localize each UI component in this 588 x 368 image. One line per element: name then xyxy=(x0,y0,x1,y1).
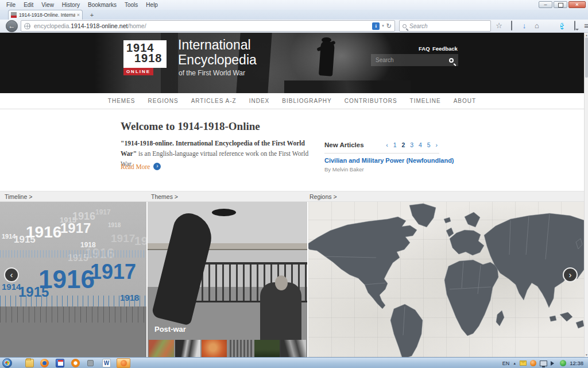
pagination-page-3[interactable]: 3 xyxy=(408,141,415,148)
pagination: ‹ 1 2 3 4 5 › xyxy=(324,141,439,148)
page-viewport: 1914 1918 ONLINE International Encyclope… xyxy=(0,33,584,357)
taskbar-media-app-icon[interactable] xyxy=(56,359,64,367)
menu-history[interactable]: History xyxy=(58,2,84,8)
menu-bookmarks[interactable]: Bookmarks xyxy=(84,2,121,8)
scroll-down-icon[interactable]: ▼ xyxy=(585,352,588,357)
skype-icon[interactable]: S xyxy=(557,21,567,31)
nav-timeline[interactable]: TIMELINE xyxy=(404,98,447,104)
tab-close-icon[interactable]: × xyxy=(77,12,80,18)
theme-thumbnail[interactable] xyxy=(281,340,306,357)
menu-edit[interactable]: Edit xyxy=(20,2,37,8)
read-more-link[interactable]: Read More › xyxy=(121,163,161,170)
regions-panel-link[interactable]: Regions > xyxy=(310,193,337,200)
site-search-icon[interactable] xyxy=(449,58,454,63)
bookmark-star-icon[interactable]: ☆ xyxy=(494,21,504,31)
restore-button[interactable] xyxy=(554,1,567,8)
theme-thumbnail[interactable] xyxy=(175,340,200,357)
start-button[interactable] xyxy=(2,358,12,368)
photo-rubble xyxy=(284,80,411,93)
pocket-icon[interactable] xyxy=(506,21,517,31)
theme-thumbnail[interactable] xyxy=(228,340,253,357)
minimize-button[interactable]: – xyxy=(539,1,552,8)
tray-volume-icon[interactable] xyxy=(551,361,556,366)
tray-clock[interactable]: 12:38 xyxy=(570,360,583,366)
world-map[interactable] xyxy=(308,202,584,357)
share-icon[interactable] xyxy=(544,21,555,31)
close-button[interactable]: × xyxy=(568,1,586,8)
chevron-down-icon[interactable]: ▾ xyxy=(382,24,384,28)
address-bar[interactable]: encyclopedia.1914-1918-online.net/home/ … xyxy=(21,20,395,32)
pagination-page-5[interactable]: 5 xyxy=(425,141,432,148)
chat-bubble-icon[interactable] xyxy=(570,21,580,31)
pagination-page-2[interactable]: 2 xyxy=(400,141,407,148)
theme-caption[interactable]: Post-war xyxy=(154,325,186,334)
timeline-prev-arrow[interactable]: ‹ xyxy=(4,267,19,282)
scroll-up-icon[interactable]: ▲ xyxy=(585,33,588,37)
read-more-arrow-icon: › xyxy=(153,163,161,170)
timeline-panel-link[interactable]: Timeline > xyxy=(5,193,32,200)
home-icon[interactable]: ⌂ xyxy=(532,21,542,31)
pagination-prev-icon[interactable]: ‹ xyxy=(384,141,390,148)
site-logo[interactable]: 1914 1918 xyxy=(123,40,167,68)
browser-search-input[interactable] xyxy=(409,23,478,29)
timeline-year: 1918 xyxy=(120,293,139,302)
tray-mail-icon[interactable] xyxy=(520,361,527,366)
taskbar-word-icon[interactable]: W xyxy=(102,359,111,367)
themes-panel-link[interactable]: Themes > xyxy=(151,193,178,200)
taskbar-firefox-icon[interactable] xyxy=(40,359,49,367)
taskbar-active-app[interactable] xyxy=(117,358,130,368)
faq-link[interactable]: FAQ xyxy=(419,45,430,52)
menu-tools[interactable]: Tools xyxy=(121,2,142,8)
scrollbar-thumb[interactable] xyxy=(585,37,588,78)
themes-panel[interactable]: Post-war xyxy=(148,202,307,357)
pagination-page-4[interactable]: 4 xyxy=(417,141,424,148)
theme-thumbnail[interactable] xyxy=(202,340,227,357)
timeline-carousel[interactable]: 1914 1915 1916 1917 1915 1916 1917 1918 … xyxy=(0,202,146,357)
tab-bar: 1914-1918-Online. Internati... × + xyxy=(0,10,588,20)
new-tab-button[interactable]: + xyxy=(86,11,98,19)
feedback-link[interactable]: Feedback xyxy=(432,45,458,52)
menu-help[interactable]: Help xyxy=(142,2,162,8)
nav-regions[interactable]: REGIONS xyxy=(142,98,185,104)
menu-file[interactable]: File xyxy=(2,2,20,8)
browser-search[interactable] xyxy=(399,20,491,32)
page-scrollbar[interactable]: ▲ ▼ xyxy=(584,33,588,357)
nav-about[interactable]: ABOUT xyxy=(447,98,482,104)
tray-expand-icon[interactable]: ▲ xyxy=(513,362,516,365)
read-more-label: Read More xyxy=(121,163,150,170)
tab-active[interactable]: 1914-1918-Online. Internati... × xyxy=(8,10,83,20)
nav-contributors[interactable]: CONTRIBUTORS xyxy=(338,98,404,104)
panels-row: 1914 1915 1916 1917 1915 1916 1917 1918 … xyxy=(0,202,584,357)
theme-thumbnail[interactable] xyxy=(254,340,280,357)
tray-network-icon[interactable] xyxy=(540,361,547,366)
downloads-icon[interactable]: ↓ xyxy=(519,21,529,31)
site-search-input[interactable] xyxy=(376,57,439,63)
taskbar-explorer-icon[interactable] xyxy=(25,359,34,367)
nav-index[interactable]: INDEX xyxy=(243,98,276,104)
tray-update-icon[interactable] xyxy=(560,360,566,366)
site-search[interactable] xyxy=(371,54,458,66)
theme-photo[interactable] xyxy=(148,202,307,357)
regions-map[interactable]: › xyxy=(308,202,584,357)
tray-orange-app-icon[interactable] xyxy=(530,360,536,366)
theme-thumbnail[interactable] xyxy=(149,340,174,357)
info-badge-icon[interactable]: i xyxy=(372,22,380,30)
site-title-line2: Encyclopedia xyxy=(178,52,257,68)
menu-view[interactable]: View xyxy=(37,2,58,8)
regions-next-arrow[interactable]: › xyxy=(563,267,578,282)
system-tray: EN ▲ 12:38 xyxy=(502,358,583,368)
back-button[interactable]: ← xyxy=(6,20,18,32)
nav-bibliography[interactable]: BIBLIOGRAPHY xyxy=(276,98,338,104)
pagination-page-1[interactable]: 1 xyxy=(392,141,399,148)
nav-themes[interactable]: THEMES xyxy=(102,98,142,104)
nav-articles-az[interactable]: ARTICLES A-Z xyxy=(185,98,243,104)
taskbar-orange-app-icon[interactable] xyxy=(71,359,80,367)
hamburger-menu-icon[interactable]: ≡ xyxy=(581,21,588,31)
reload-icon[interactable]: ↻ xyxy=(386,22,392,30)
article-link[interactable]: Civilian and Military Power (Newfoundlan… xyxy=(324,157,457,164)
taskbar-utility-icon[interactable] xyxy=(87,360,94,366)
pagination-next-icon[interactable]: › xyxy=(434,141,440,148)
browser-toolbar: ← encyclopedia.1914-1918-online.net/home… xyxy=(0,20,588,33)
tray-language[interactable]: EN xyxy=(502,361,510,366)
windows-logo-icon xyxy=(5,361,10,366)
